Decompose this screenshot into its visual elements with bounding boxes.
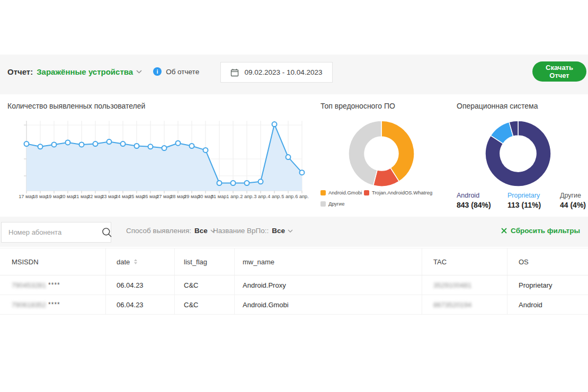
malware-filter-value[interactable]: Все	[272, 227, 285, 235]
detection-filter-value[interactable]: Все	[194, 227, 208, 235]
os-legend-label: Proprietary	[507, 192, 560, 199]
col-header-list_flag: list_flag	[175, 248, 235, 275]
report-selector-row: Отчет: Заражённые устройства i Об отчете	[7, 64, 199, 79]
malware-filter-label: Название ВрПо::	[213, 227, 269, 235]
os-legend-value: 44 (4%)	[560, 201, 588, 209]
reset-filters-button[interactable]: Сбросить фильтры	[501, 227, 580, 235]
malware-chart-title: Топ вредоносного ПО	[320, 102, 395, 110]
os-legend-label: Android	[457, 192, 507, 199]
malware-legend: Android.GmobiTrojan.AndroidOS.WhatregДру…	[320, 190, 432, 207]
cell-list-flag: C&C	[175, 275, 235, 295]
svg-text:31 мар.: 31 мар.	[211, 194, 228, 199]
legend-swatch	[364, 190, 369, 195]
about-report-link[interactable]: i Об отчете	[153, 67, 199, 76]
svg-text:1 апр.: 1 апр.	[226, 194, 240, 199]
legend-swatch	[320, 201, 326, 207]
cell-tac: 8673520194	[422, 295, 507, 314]
os-chart-title: Операционная система	[457, 102, 538, 110]
chevron-down-icon[interactable]	[288, 229, 293, 233]
report-type-dropdown[interactable]: Заражённые устройства	[37, 67, 133, 76]
malware-donut-chart	[347, 119, 416, 188]
search-input[interactable]	[2, 228, 102, 236]
col-header-os: OS	[507, 248, 588, 275]
os-legend-item: Proprietary113 (11%)	[507, 192, 560, 209]
charts-panel: Количество выявленных пользователей 17 м…	[0, 94, 588, 217]
col-header-label: list_flag	[184, 258, 207, 266]
line-chart-title: Количество выявленных пользователей	[7, 102, 145, 110]
col-header-mw_name: mw_name	[235, 248, 422, 275]
report-label: Отчет:	[7, 67, 33, 76]
os-legend-value: 843 (84%)	[457, 201, 507, 209]
chevron-down-icon[interactable]	[136, 70, 142, 74]
cell-list-flag: C&C	[175, 295, 235, 314]
cell-tac: 3529100481	[422, 275, 507, 295]
os-legend: Android843 (84%)Proprietary113 (11%)Друг…	[457, 192, 588, 209]
col-header-msisdn: MSISDN	[0, 248, 106, 275]
svg-text:6 апр.: 6 апр.	[295, 194, 309, 199]
cell-os: Proprietary	[507, 275, 588, 295]
os-legend-item: Android843 (84%)	[457, 192, 507, 209]
legend-item: Другие	[320, 201, 364, 207]
legend-label: Trojan.AndroidOS.Whatreg	[372, 190, 432, 195]
reset-filters-label: Сбросить фильтры	[511, 227, 580, 235]
svg-text:3 апр.: 3 апр.	[254, 194, 268, 199]
cell-msisdn: 790618352****	[0, 295, 106, 314]
cell-mw-name: Android.Gmobi	[235, 295, 422, 314]
col-header-label: MSISDN	[12, 258, 39, 266]
table-row: 790618352****06.04.23C&CAndroid.Gmobi867…	[0, 295, 588, 315]
download-report-button[interactable]: Скачать Отчет	[532, 61, 586, 82]
cell-date: 06.04.23	[106, 295, 175, 314]
close-icon	[501, 228, 507, 234]
legend-label: Android.Gmobi	[328, 190, 362, 195]
os-legend-label: Другие	[560, 192, 588, 199]
sort-icon[interactable]	[134, 259, 137, 264]
legend-item: Android.Gmobi	[320, 190, 364, 195]
legend-swatch	[320, 190, 326, 195]
svg-text:2 апр.: 2 апр.	[240, 194, 254, 199]
table-body: 790453281****06.04.23C&CAndroid.Proxy352…	[0, 275, 588, 315]
info-icon: i	[153, 67, 162, 76]
search-icon[interactable]	[102, 227, 119, 238]
legend-label: Другие	[328, 201, 344, 207]
calendar-icon	[230, 68, 239, 77]
col-header-date[interactable]: date	[106, 248, 175, 275]
cell-msisdn: 790453281****	[0, 275, 106, 295]
os-legend-item: Другие44 (4%)	[560, 192, 588, 209]
detection-filter-label: Способ выявления:	[126, 227, 191, 235]
legend-item: Trojan.AndroidOS.Whatreg	[364, 190, 432, 195]
table-row: 790453281****06.04.23C&CAndroid.Proxy352…	[0, 275, 588, 295]
detection-method-filter: Способ выявления: Все	[126, 227, 216, 235]
malware-name-filter: Название ВрПо:: Все	[213, 227, 293, 235]
col-header-label: TAC	[433, 258, 447, 266]
table-header-row: MSISDNdatelist_flagmw_nameTACOS	[0, 248, 588, 275]
svg-text:4 апр.: 4 апр.	[268, 194, 281, 199]
users-line-chart: 17 мар18 мар19 мар20 мар21 мар22 мар23 м…	[0, 118, 313, 202]
os-legend-value: 113 (11%)	[507, 201, 560, 209]
date-range-value: 09.02.2023 - 10.04.2023	[244, 68, 322, 76]
cell-mw-name: Android.Proxy	[235, 275, 422, 295]
date-range-picker[interactable]: 09.02.2023 - 10.04.2023	[220, 62, 333, 83]
infections-table: MSISDNdatelist_flagmw_nameTACOS 79045328…	[0, 248, 588, 315]
col-header-label: OS	[519, 258, 529, 266]
col-header-label: mw_name	[243, 258, 274, 266]
os-donut-chart	[484, 119, 553, 188]
infected-devices-dashboard: Отчет: Заражённые устройства i Об отчете…	[0, 0, 588, 392]
col-header-tac: TAC	[422, 248, 507, 275]
cell-os: Android	[507, 295, 588, 314]
svg-text:5 апр.: 5 апр.	[281, 194, 295, 199]
col-header-label: date	[117, 258, 130, 266]
subscriber-search	[1, 222, 111, 243]
cell-date: 06.04.23	[106, 275, 175, 295]
about-report-label: Об отчете	[166, 68, 199, 76]
